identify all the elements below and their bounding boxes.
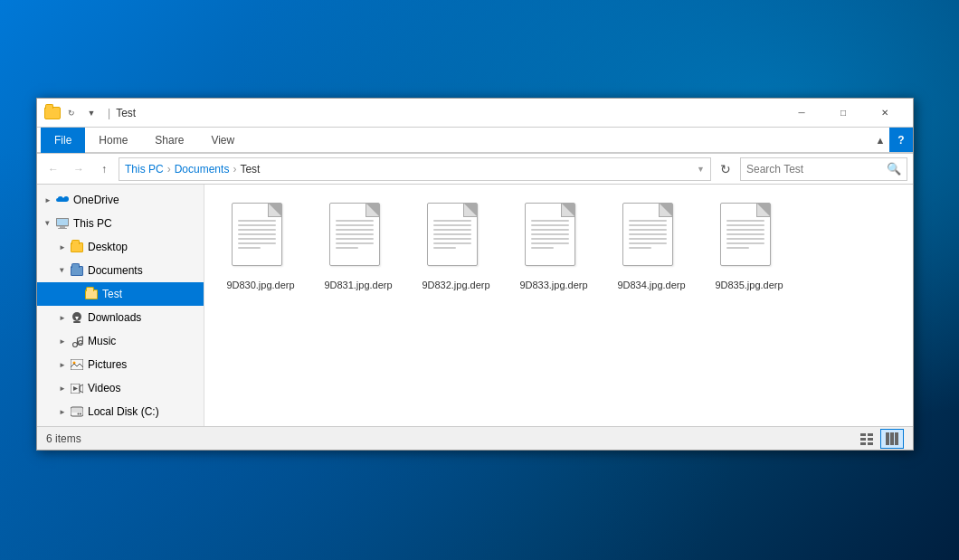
svg-point-20	[80, 413, 81, 415]
doc-line	[433, 247, 456, 249]
expand-arrow-documents: ►	[55, 263, 70, 278]
doc-line	[531, 247, 554, 249]
doc-line	[336, 247, 358, 249]
file-icon-wrapper	[720, 203, 778, 275]
doc-line	[336, 238, 374, 240]
doc-line	[629, 242, 667, 244]
svg-rect-27	[868, 442, 873, 445]
tab-share[interactable]: Share	[141, 128, 197, 153]
svg-rect-22	[860, 433, 866, 436]
file-item[interactable]: 9D831.jpg.derp	[313, 195, 404, 299]
this-pc-icon	[55, 216, 70, 231]
doc-line	[336, 220, 374, 222]
refresh-button[interactable]: ↻	[715, 157, 736, 181]
tab-view[interactable]: View	[197, 128, 248, 153]
doc-line	[726, 224, 764, 226]
sidebar-item-onedrive[interactable]: ► OneDrive	[37, 188, 204, 212]
svg-rect-23	[868, 433, 873, 436]
main-area: ► OneDrive ►	[37, 185, 913, 426]
file-item[interactable]: 9D830.jpg.derp	[215, 195, 306, 299]
back-button[interactable]: ←	[43, 158, 64, 180]
search-input[interactable]	[746, 163, 887, 176]
sidebar-item-test[interactable]: Test	[37, 282, 204, 306]
sidebar-label-music: Music	[88, 335, 116, 347]
sidebar-item-desktop[interactable]: ► Desktop	[37, 235, 204, 259]
sidebar-item-documents[interactable]: ► Documents	[37, 259, 204, 282]
doc-line	[433, 220, 471, 222]
sidebar-item-downloads[interactable]: ► Downloads	[37, 306, 204, 329]
sidebar-item-videos[interactable]: ► Videos	[37, 376, 204, 400]
properties-button[interactable]: ▼	[82, 104, 100, 122]
close-button[interactable]: ✕	[864, 99, 906, 128]
file-item[interactable]: 9D834.jpg.derp	[606, 195, 697, 299]
item-count: 6 items	[46, 432, 81, 445]
doc-line	[238, 233, 276, 235]
doc-line	[629, 229, 667, 231]
doc-line	[433, 229, 471, 231]
title-separator: |	[108, 107, 110, 119]
tab-file[interactable]: File	[41, 128, 85, 153]
doc-line	[531, 224, 569, 226]
document-lines	[629, 220, 667, 249]
view-list-button[interactable]	[855, 429, 878, 449]
help-button[interactable]: ?	[889, 128, 913, 152]
tab-home[interactable]: Home	[85, 128, 141, 153]
breadcrumb-documents[interactable]: Documents	[175, 163, 230, 176]
doc-line	[238, 247, 261, 249]
file-name: 9D835.jpg.derp	[715, 279, 783, 291]
svg-rect-19	[71, 408, 82, 413]
doc-line	[726, 220, 764, 222]
minimize-button[interactable]: ─	[781, 99, 822, 128]
file-area: 9D830.jpg.derp9D831.jpg.derp9D832.jpg.de…	[204, 185, 913, 426]
breadcrumb-this-pc[interactable]: This PC	[125, 163, 164, 176]
svg-rect-1	[57, 219, 68, 225]
doc-line	[531, 242, 569, 244]
svg-rect-5	[73, 321, 81, 323]
svg-marker-16	[80, 384, 83, 393]
file-item[interactable]: 9D835.jpg.derp	[704, 195, 794, 299]
search-icon-button[interactable]: 🔍	[887, 162, 901, 176]
desktop-icon	[70, 240, 84, 254]
window-title: Test	[116, 107, 781, 119]
file-item[interactable]: 9D832.jpg.derp	[411, 195, 501, 299]
view-icons-button[interactable]	[880, 429, 904, 449]
document-icon	[232, 203, 282, 266]
doc-line	[336, 224, 374, 226]
sidebar-item-music[interactable]: ► Music	[37, 329, 204, 353]
svg-point-21	[78, 413, 80, 415]
search-box[interactable]: 🔍	[740, 157, 907, 181]
forward-button[interactable]: →	[68, 158, 90, 180]
file-name: 9D831.jpg.derp	[324, 279, 392, 291]
up-button[interactable]: ↑	[93, 158, 115, 180]
expand-arrow-onedrive: ►	[41, 193, 55, 207]
onedrive-icon	[55, 193, 70, 207]
file-name: 9D830.jpg.derp	[226, 279, 294, 291]
doc-line	[629, 224, 667, 226]
doc-line	[726, 242, 764, 244]
document-lines	[336, 220, 374, 249]
music-icon	[70, 334, 84, 348]
doc-line	[531, 220, 569, 222]
doc-line	[629, 247, 651, 249]
undo-button[interactable]: ↻	[62, 104, 81, 122]
document-lines	[726, 220, 764, 249]
maximize-button[interactable]: □	[822, 99, 864, 128]
sidebar-item-pictures[interactable]: ► Pictures	[37, 353, 204, 376]
sidebar-item-this-pc[interactable]: ► This PC	[37, 212, 204, 235]
doc-line	[726, 229, 764, 231]
doc-line	[433, 224, 471, 226]
breadcrumb-dropdown-arrow[interactable]: ▼	[697, 165, 705, 174]
ribbon-collapse-button[interactable]: ▲	[871, 128, 889, 152]
doc-line	[238, 242, 276, 244]
doc-line	[531, 238, 569, 240]
file-icon-wrapper	[329, 203, 387, 275]
ribbon-spacer	[248, 128, 871, 152]
document-icon	[720, 203, 771, 266]
breadcrumb[interactable]: This PC › Documents › Test ▼	[119, 157, 711, 181]
sidebar-item-local-disk[interactable]: ► Local Disk (C:)	[37, 400, 204, 423]
doc-line	[336, 233, 374, 235]
expand-arrow-desktop: ►	[55, 240, 70, 254]
svg-rect-28	[886, 432, 889, 445]
doc-line	[238, 229, 276, 231]
file-item[interactable]: 9D833.jpg.derp	[508, 195, 599, 299]
